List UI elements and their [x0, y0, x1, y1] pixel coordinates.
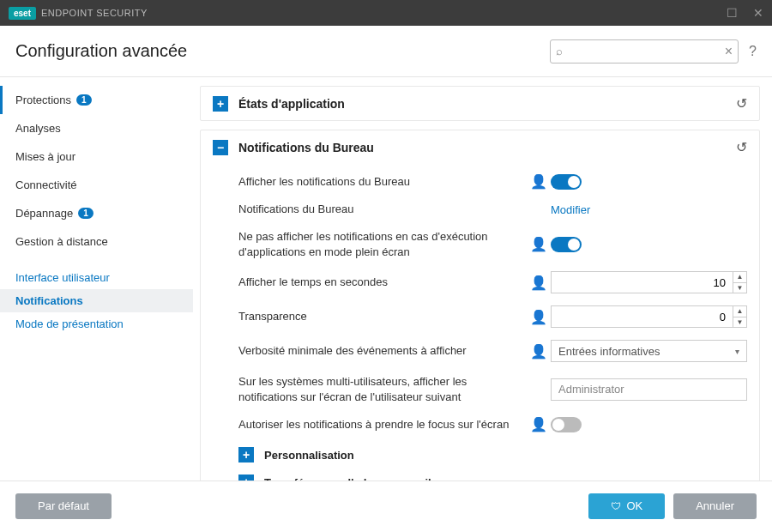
- search-wrap: ⌕ × ?: [550, 39, 757, 63]
- sidebar-item-label: Mises à jour: [15, 150, 75, 163]
- brand: eset ENDPOINT SECURITY: [9, 7, 148, 20]
- toggle-show-notifications[interactable]: [551, 174, 582, 190]
- panel-app-states: + États d'application ↺: [200, 86, 760, 121]
- spin-down-icon[interactable]: ▼: [733, 317, 746, 327]
- subsection-personalization: + Personnalisation: [238, 438, 747, 466]
- badge: 1: [76, 94, 92, 106]
- subsection-forward-email: + Transférer vers l'adresse e-mail: [238, 466, 747, 481]
- toggle-focus[interactable]: [551, 417, 582, 432]
- ok-button[interactable]: OK: [588, 493, 665, 519]
- multiuser-input[interactable]: Administrator: [551, 378, 747, 401]
- default-button[interactable]: Par défaut: [15, 493, 112, 519]
- sidebar-sub-label: Mode de présentation: [15, 317, 124, 330]
- sidebar-item-label: Analyses: [15, 122, 61, 135]
- maximize-icon[interactable]: ☐: [727, 6, 738, 20]
- sidebar: Protections 1 Analyses Mises à jour Conn…: [0, 77, 193, 481]
- row-multiuser: Sur les systèmes multi-utilisateurs, aff…: [238, 368, 747, 410]
- spin-up-icon[interactable]: ▲: [733, 306, 746, 317]
- reset-icon[interactable]: ↺: [736, 95, 747, 112]
- close-icon[interactable]: ✕: [753, 6, 763, 20]
- input-value: Administrator: [558, 383, 624, 396]
- subsection-title: Personnalisation: [264, 449, 354, 462]
- row-label: Notifications du Bureau: [238, 202, 522, 217]
- expand-icon[interactable]: +: [213, 96, 228, 112]
- row-label: Afficher les notifications du Bureau: [238, 174, 522, 190]
- help-icon[interactable]: ?: [749, 44, 757, 59]
- subsection-title: Transférer vers l'adresse e-mail: [264, 476, 431, 481]
- row-show-notifications: Afficher les notifications du Bureau 👤: [238, 167, 747, 196]
- sidebar-item-analyses[interactable]: Analyses: [0, 114, 193, 142]
- panel-title: États d'application: [238, 97, 345, 111]
- sidebar-item-connectivity[interactable]: Connectivité: [0, 171, 193, 199]
- lock-icon: [530, 382, 544, 397]
- lock-icon: 👤: [530, 173, 544, 190]
- sidebar-sub-presentation[interactable]: Mode de présentation: [0, 312, 193, 336]
- row-config-notifications: Notifications du Bureau Modifier: [238, 196, 747, 223]
- sidebar-item-remote[interactable]: Gestion à distance: [0, 227, 193, 256]
- reset-icon[interactable]: ↺: [736, 139, 747, 155]
- footer: Par défaut OK Annuler: [0, 481, 772, 530]
- titlebar: eset ENDPOINT SECURITY ☐ ✕: [0, 0, 772, 26]
- cancel-button[interactable]: Annuler: [673, 493, 757, 519]
- row-label: Afficher le temps en secondes: [238, 275, 522, 290]
- sidebar-item-label: Dépannage: [15, 207, 73, 220]
- verbosity-select[interactable]: Entrées informatives ▾: [551, 340, 747, 362]
- header: Configuration avancée ⌕ × ?: [0, 26, 772, 77]
- toggle-fullscreen[interactable]: [551, 237, 582, 252]
- page-title: Configuration avancée: [15, 41, 187, 61]
- sidebar-item-updates[interactable]: Mises à jour: [0, 142, 193, 171]
- panel-title: Notifications du Bureau: [238, 141, 374, 154]
- seconds-input[interactable]: ▲▼: [551, 271, 747, 293]
- sidebar-item-label: Protections: [15, 94, 71, 106]
- sidebar-sub-ui[interactable]: Interface utilisateur: [0, 266, 193, 289]
- expand-icon[interactable]: +: [238, 475, 254, 481]
- row-label: Verbosité minimale des événements à affi…: [238, 343, 522, 359]
- sidebar-item-label: Connectivité: [15, 178, 77, 191]
- brand-text: ENDPOINT SECURITY: [41, 8, 148, 18]
- lock-icon: 👤: [530, 236, 544, 252]
- transparency-field[interactable]: [552, 311, 733, 323]
- panel-desktop-notifications: − Notifications du Bureau ↺ Afficher les…: [200, 130, 760, 481]
- row-verbosity: Verbosité minimale des événements à affi…: [238, 334, 747, 368]
- search-box[interactable]: ⌕ ×: [550, 39, 739, 63]
- expand-icon[interactable]: +: [238, 447, 254, 462]
- lock-icon: 👤: [530, 309, 544, 325]
- modify-link[interactable]: Modifier: [551, 203, 590, 216]
- transparency-input[interactable]: ▲▼: [551, 305, 747, 328]
- chevron-down-icon: ▾: [735, 347, 739, 356]
- spin-up-icon[interactable]: ▲: [733, 272, 746, 282]
- row-label: Ne pas afficher les notifications en cas…: [238, 229, 522, 259]
- badge: 1: [78, 208, 93, 219]
- row-label: Sur les systèmes multi-utilisateurs, aff…: [238, 374, 522, 404]
- spin-down-icon[interactable]: ▼: [733, 283, 746, 293]
- sidebar-sub-label: Notifications: [15, 294, 83, 307]
- sidebar-sub-label: Interface utilisateur: [15, 271, 110, 284]
- sidebar-sub-notifications[interactable]: Notifications: [0, 289, 193, 312]
- sidebar-item-protections[interactable]: Protections 1: [0, 86, 193, 114]
- lock-icon: 👤: [530, 275, 544, 291]
- clear-search-icon[interactable]: ×: [725, 44, 733, 59]
- collapse-icon[interactable]: −: [213, 140, 228, 155]
- row-transparency: Transparence 👤 ▲▼: [238, 299, 747, 334]
- content[interactable]: + États d'application ↺ − Notifications …: [193, 77, 772, 481]
- row-fullscreen: Ne pas afficher les notifications en cas…: [238, 223, 747, 265]
- brand-logo: eset: [9, 7, 36, 20]
- row-seconds: Afficher le temps en secondes 👤 ▲▼: [238, 265, 747, 299]
- search-icon: ⌕: [556, 45, 563, 57]
- sidebar-item-troubleshoot[interactable]: Dépannage 1: [0, 199, 193, 227]
- row-label: Transparence: [238, 309, 522, 324]
- row-focus: Autoriser les notifications à prendre le…: [238, 410, 747, 438]
- search-input[interactable]: [568, 45, 720, 57]
- sidebar-item-label: Gestion à distance: [15, 235, 108, 248]
- window-controls: ☐ ✕: [727, 6, 763, 20]
- row-label: Autoriser les notifications à prendre le…: [238, 417, 522, 432]
- lock-icon: 👤: [530, 343, 544, 360]
- select-value: Entrées informatives: [558, 345, 660, 358]
- lock-icon: 👤: [530, 416, 544, 432]
- lock-icon: [530, 202, 544, 217]
- seconds-field[interactable]: [552, 276, 733, 289]
